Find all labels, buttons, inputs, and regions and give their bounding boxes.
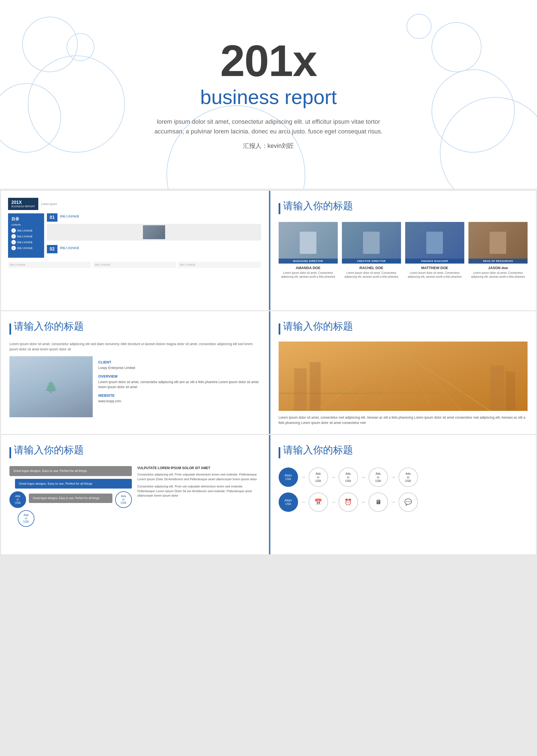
team-img-1: MANAGING DIRECTOR <box>279 222 338 263</box>
overview-value: Lorem ipsum dolor sit amet, consectetur … <box>98 379 260 389</box>
circle-deco-3 <box>28 56 125 153</box>
team-card-4: HEAD OF RESOURCES JASON doe Lorem ipsum … <box>469 222 527 279</box>
section-bar <box>279 203 280 214</box>
process-chat-icon: 💬 <box>398 493 418 512</box>
arrow-7: → <box>361 499 366 505</box>
circle-deco-7 <box>432 69 515 153</box>
content-image-1: 🌲 <box>10 356 93 417</box>
arrow-4: → <box>391 474 396 480</box>
overview-label: OVERVIEW <box>98 374 260 378</box>
preview-image-1 <box>47 224 261 241</box>
arrow-8: → <box>391 499 396 505</box>
toc-box-title: 目录 <box>11 217 41 222</box>
toc-num-3: 3 <box>11 240 16 244</box>
team-slide: 请输入你的标题 MANAGING DIRECTOR AMANDA DOE Lor… <box>269 191 536 310</box>
content-with-image: 🌲 CLIENT Loopy Enterprise Limited OVERVI… <box>10 356 260 417</box>
team-img-4: HEAD OF RESOURCES <box>469 222 527 263</box>
chat-right-col: VULPUTATE LOREM IPSUM SOLOR SIT AMET Con… <box>137 466 260 527</box>
arrow-1: → <box>301 474 306 480</box>
process-circle-3: AdamUSA <box>339 467 358 487</box>
chat-section-title: 请输入你的标题 <box>14 443 84 457</box>
team-name-2: RACHEL DOE <box>342 266 401 270</box>
circle-deco-1 <box>22 17 78 72</box>
team-desc-2: Lorem ipsum dolor sit amet, Consectetur … <box>342 271 401 279</box>
vulputate-text-2: Consectetur adipiscing elit. Proin set v… <box>137 484 260 498</box>
process-circle-1: AdamUSA <box>279 467 298 487</box>
arrow-3: → <box>361 474 366 480</box>
toc-subtitle-text: Lorem ipsum <box>41 203 57 206</box>
role-badge-3: FINANCE MANAGER <box>405 259 464 263</box>
role-badge-1: MANAGING DIRECTOR <box>279 259 338 263</box>
team-desc-1: Lorem ipsum dolor sit amet, Consectetur … <box>279 271 338 279</box>
process-person-icon: AdamUSA <box>279 493 298 512</box>
cover-description: lorem ipsum dolor sit amet, consectetur … <box>144 117 393 136</box>
vulputate-title: VULPUTATE LOREM IPSUM SOLOR SIT AMET <box>137 466 260 470</box>
section-bar-4 <box>10 447 11 458</box>
website-label: WEBSITE <box>98 393 260 398</box>
role-badge-4: HEAD OF RESOURCES <box>469 259 527 263</box>
bridge-image <box>279 341 528 411</box>
process-monitor-icon: 🖥 <box>369 493 388 512</box>
process-circle-2: AdamUSA <box>309 467 328 487</box>
process-section-title: 请输入你的标题 <box>283 443 353 457</box>
process-calendar-icon: 📅 <box>309 493 328 512</box>
bridge-text: Lorem ipsum dolor sit amet, consectetur … <box>279 415 528 425</box>
toc-num-2: 2 <box>11 234 16 239</box>
cover-reporter: 汇报人：kevin刘匠 <box>144 142 393 150</box>
toc-slide: 201X BUSINESS REPORT Lorem ipsum 目录 cont… <box>1 191 268 310</box>
toc-num-1: 1 <box>11 228 16 233</box>
toc-num-4: 4 <box>11 246 16 250</box>
process-circle-4: AdamUSA <box>369 467 388 487</box>
team-card-3: FINANCE MANAGER MATTHEW DOE Lorem ipsum … <box>405 222 464 279</box>
team-desc-4: Lorem ipsum dolor sit amet, Consectetur … <box>469 271 527 279</box>
website-value: www.loopy.com <box>98 399 260 404</box>
toc-item-2: 请输入你的标题 <box>17 235 32 238</box>
mini-preview-2: 请输入你的标题 <box>93 261 176 268</box>
toc-header-201x: 201X <box>11 200 35 205</box>
toc-item-4: 请输入你的标题 <box>17 247 32 250</box>
cover-slide: 201x business report lorem ipsum dolor s… <box>0 0 537 189</box>
section-bar-2 <box>10 324 11 335</box>
toc-item-3: 请输入你的标题 <box>17 241 32 244</box>
cover-title: business report <box>144 86 393 108</box>
circle-deco-8 <box>440 97 537 189</box>
team-img-2: CREATIVE DIRECTOR <box>342 222 401 263</box>
section-num-02: 02 <box>47 245 58 253</box>
img-placeholder-1 <box>143 225 165 239</box>
team-name-1: AMANDA DOE <box>279 266 338 270</box>
svg-rect-10 <box>490 365 504 411</box>
toc-box-contents: contents <box>11 223 41 226</box>
bubble-3: Great logos designs. Easy to use. Perfec… <box>29 494 112 503</box>
avatar-outline-1: AdamUSA <box>115 491 132 508</box>
vulputate-text-1: Consectetur adipiscing elit. Proin vulpu… <box>137 472 260 481</box>
process-circle-5: AdamUSA <box>398 467 418 487</box>
avatar-row: AdamUSA Great logos designs. Easy to use… <box>10 491 132 508</box>
team-name-4: JASON doe <box>469 266 527 270</box>
team-card-2: CREATIVE DIRECTOR RACHEL DOE Lorem ipsum… <box>342 222 401 279</box>
arrow-5: → <box>301 499 306 505</box>
circle-deco-2 <box>66 33 94 61</box>
svg-rect-8 <box>294 369 307 411</box>
chat-left-col: Great logos designs. Easy to use. Perfec… <box>10 466 132 527</box>
chat-slide: 请输入你的标题 Great logos designs. Easy to use… <box>1 435 268 554</box>
content-details: CLIENT Loopy Enterprise Limited OVERVIEW… <box>98 356 260 417</box>
process-row-1: AdamUSA → AdamUSA → AdamUSA → AdamUSA → … <box>279 467 528 487</box>
overview-text-1: Lorem ipsum dolor sit amet, consectetur … <box>10 341 260 352</box>
client-label: CLIENT <box>98 360 260 364</box>
section-title-02: 请输入你的标题 <box>60 246 79 250</box>
team-section-title: 请输入你的标题 <box>283 199 353 213</box>
section-bar-3 <box>279 324 280 335</box>
team-name-3: MATTHEW DOE <box>405 266 464 270</box>
bridge-slide: 请输入你的标题 <box>269 311 536 434</box>
arrow-6: → <box>331 499 336 505</box>
section-bar-5 <box>279 447 280 458</box>
avatar-outline-2: AdamUSA <box>18 510 34 527</box>
toc-item-1: 请输入你的标题 <box>17 229 32 232</box>
circle-deco-5 <box>432 22 481 72</box>
section-title-01: 请输入你的标题 <box>60 215 79 219</box>
bubble-1: Great logos designs. Easy to use. Perfec… <box>10 466 132 476</box>
mini-preview-3: 请输入你的标题 <box>178 261 261 268</box>
chat-bubbles-area: Great logos designs. Easy to use. Perfec… <box>10 466 260 527</box>
process-slide: 请输入你的标题 AdamUSA → AdamUSA → AdamUSA → Ad… <box>269 435 536 554</box>
process-row-2: AdamUSA → 📅 → ⏰ → 🖥 → 💬 <box>279 493 528 512</box>
